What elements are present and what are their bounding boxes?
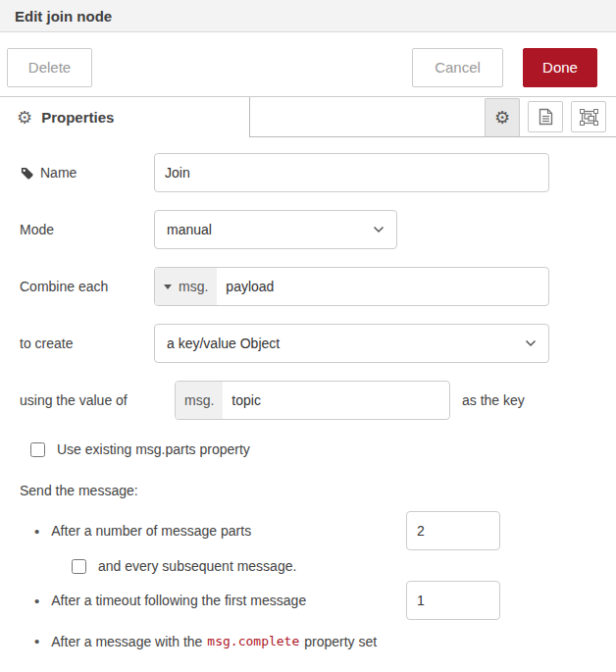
combine-label: Combine each — [20, 279, 108, 294]
key-label: using the value of — [20, 392, 128, 408]
combine-label-group: Combine each — [20, 279, 154, 294]
tab-properties[interactable]: ⚙ Properties — [0, 97, 250, 137]
to-create-row: to create a key/value Object — [20, 324, 596, 363]
use-parts-label: Use existing msg.parts property — [57, 441, 250, 457]
combine-value-input[interactable]: payload — [217, 268, 548, 305]
key-typed-input: msg. topic — [175, 381, 450, 420]
combine-type-button[interactable]: msg. — [155, 268, 217, 305]
dialog-title: Edit join node — [15, 8, 112, 25]
msg-complete-code: msg.complete — [207, 634, 299, 648]
key-value-input[interactable]: topic — [223, 382, 449, 419]
name-row: Name — [20, 153, 596, 192]
key-row: using the value of msg. topic as the key — [20, 381, 596, 420]
combine-row: Combine each msg. payload — [20, 267, 596, 306]
combine-type-label: msg. — [179, 279, 208, 294]
to-create-select-value: a key/value Object — [167, 336, 280, 351]
mode-select[interactable]: manual — [154, 210, 397, 249]
document-icon — [539, 108, 553, 126]
subsequent-row: and every subsequent message. — [72, 558, 596, 574]
properties-view-button[interactable]: ⚙ — [485, 98, 520, 136]
count-item-row: After a number of message parts — [20, 511, 500, 550]
subsequent-checkbox[interactable] — [72, 559, 86, 574]
gear-icon: ⚙ — [494, 109, 510, 127]
chevron-down-icon — [373, 226, 385, 233]
tag-icon — [20, 166, 34, 181]
cancel-button[interactable]: Cancel — [412, 48, 503, 87]
dialog-header: Edit join node — [0, 0, 616, 32]
appearance-view-button[interactable] — [571, 101, 606, 132]
to-create-select[interactable]: a key/value Object — [154, 324, 549, 363]
done-button[interactable]: Done — [523, 48, 597, 87]
name-label-group: Name — [20, 165, 154, 181]
complete-item-text-after: property set — [304, 634, 377, 649]
dialog-button-bar: Delete Cancel Done — [0, 32, 616, 96]
count-input[interactable] — [406, 511, 500, 550]
send-section-heading: Send the message: — [20, 483, 596, 498]
object-group-icon — [580, 109, 598, 126]
chevron-down-icon — [525, 339, 537, 347]
description-view-button[interactable] — [528, 101, 563, 132]
tab-action-buttons: ⚙ — [485, 97, 616, 136]
to-create-label: to create — [20, 336, 73, 351]
timeout-item-row: After a timeout following the first mess… — [20, 581, 500, 620]
mode-label-group: Mode — [20, 222, 154, 237]
tab-properties-label: Properties — [41, 109, 114, 126]
editor-tab-bar: ⚙ Properties ⚙ — [0, 96, 616, 137]
name-input[interactable] — [154, 153, 549, 192]
timeout-item-label: After a timeout following the first mess… — [51, 593, 306, 608]
to-create-label-group: to create — [20, 336, 154, 351]
combine-typed-input: msg. payload — [154, 267, 549, 306]
key-type-label-box[interactable]: msg. — [176, 382, 223, 419]
mode-row: Mode manual — [20, 210, 596, 249]
typedinput-caret-icon — [164, 284, 172, 289]
complete-item-text-before: After a message with the — [51, 634, 202, 649]
name-label: Name — [40, 165, 77, 181]
gear-icon: ⚙ — [17, 109, 32, 127]
key-type-label: msg. — [184, 392, 214, 408]
complete-item-row: After a message with the msg.complete pr… — [20, 633, 500, 649]
use-parts-row: Use existing msg.parts property — [30, 441, 596, 457]
key-suffix-label: as the key — [462, 392, 525, 408]
delete-button[interactable]: Delete — [7, 48, 92, 87]
subsequent-label: and every subsequent message. — [98, 558, 296, 574]
mode-label: Mode — [20, 222, 54, 237]
use-parts-checkbox[interactable] — [30, 442, 45, 457]
mode-select-value: manual — [167, 222, 212, 237]
count-item-label: After a number of message parts — [51, 523, 251, 539]
timeout-input[interactable] — [406, 581, 500, 620]
key-label-group: using the value of — [20, 392, 175, 408]
properties-form: Name Mode manual Combine each msg. paylo… — [0, 137, 616, 649]
